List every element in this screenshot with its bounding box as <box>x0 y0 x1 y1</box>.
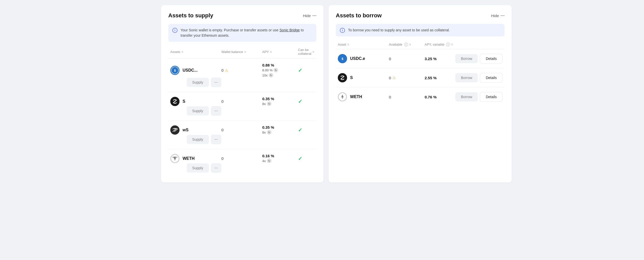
borrow-banner-text: To borrow you need to supply any asset t… <box>348 28 450 33</box>
borrow-table-header: Asset ⇅ Available i ⇅ APY, variable i ⇅ <box>336 43 505 49</box>
svg-text:$: $ <box>342 57 343 61</box>
usdc-collateral: ✓ <box>298 67 314 73</box>
borrow-s-apy: 2.55 % <box>425 76 455 80</box>
info-icon: i <box>172 28 177 33</box>
sonic-bridge-link[interactable]: Sonic Bridge <box>280 28 300 32</box>
borrow-s-actions: Borrow Details <box>455 73 503 83</box>
borrow-row-s: S 0 ⚠ 2.55 % Borrow Details <box>336 68 505 87</box>
usdc-apy: 0.88 % 8.00 % ↻ 10x ↻ <box>262 63 298 77</box>
borrow-weth-logo <box>338 92 347 101</box>
borrow-asset-usdce: $ USDC.e <box>338 54 389 63</box>
asset-cell-ws: wS <box>170 125 221 135</box>
weth-apy: 0.16 % 4x ↻ <box>262 154 298 163</box>
details-s-button[interactable]: Details <box>480 73 503 83</box>
sort-icon-collateral: ⇅ <box>312 50 314 53</box>
borrow-sort-asset: ⇅ <box>347 43 349 46</box>
apy-info-icon[interactable]: i <box>446 43 450 46</box>
borrow-usdce-available: 0 <box>389 57 425 61</box>
supply-card-title: Assets to supply <box>168 12 213 19</box>
borrow-card: Assets to borrow Hide i To borrow you ne… <box>329 5 512 183</box>
borrow-usdce-button[interactable]: Borrow <box>455 54 478 63</box>
s-balance: 0 <box>221 99 262 103</box>
asset-cell-usdc: $ USDC... <box>170 66 221 75</box>
borrow-usdce-actions: Borrow Details <box>455 54 503 63</box>
weth-logo: WETH <box>170 154 180 163</box>
borrow-col-asset: Asset ⇅ <box>338 43 389 46</box>
supply-card: Assets to supply Hide i Your Sonic walle… <box>161 5 324 183</box>
s-leverage-icon: ↻ <box>267 101 271 106</box>
ws-leverage-icon: ↻ <box>267 130 271 135</box>
col-wallet-balance: Wallet balance ⇅ <box>221 48 262 56</box>
col-assets: Assets ⇅ <box>170 48 221 56</box>
supply-info-banner: i Your Sonic wallet is empty. Purchase o… <box>168 24 316 42</box>
sort-icon: ⇅ <box>181 50 183 53</box>
asset-cell-s: S <box>170 97 221 106</box>
weth-leverage-icon: ↻ <box>267 159 271 163</box>
borrow-hide-button[interactable]: Hide <box>491 13 505 18</box>
borrow-s-available: 0 ⚠ <box>389 76 425 80</box>
borrow-col-apy: APY, variable i ⇅ <box>425 43 503 46</box>
sort-icon-apy: ⇅ <box>270 50 272 53</box>
borrow-card-header: Assets to borrow Hide <box>336 12 505 19</box>
borrow-s-logo <box>338 73 347 82</box>
usdc-balance: 0 ⚠ <box>221 68 262 72</box>
borrow-weth-available: 0 <box>389 95 425 99</box>
borrow-asset-s: S <box>338 73 389 82</box>
supply-row-ws: wS 0 0.35 % 8x ↻ ✓ Supply ··· <box>168 121 316 149</box>
details-usdce-button[interactable]: Details <box>480 54 503 63</box>
supply-row-weth: WETH WETH 0 0.16 % 4x ↻ ✓ <box>168 149 316 177</box>
ws-apy: 0.35 % 8x ↻ <box>262 125 298 135</box>
borrow-sort-apy: ⇅ <box>451 43 453 46</box>
borrow-info-icon: i <box>340 28 345 33</box>
s-check-icon: ✓ <box>298 98 302 105</box>
more-ws-button[interactable]: ··· <box>211 135 221 144</box>
supply-s-button[interactable]: Supply <box>187 106 209 115</box>
available-info-icon[interactable]: i <box>404 43 408 46</box>
svg-text:$: $ <box>174 69 176 72</box>
borrow-row-weth: WETH 0 0.76 % Borrow Details <box>336 87 505 106</box>
ws-balance: 0 <box>221 128 262 132</box>
asset-cell-weth: WETH WETH <box>170 154 221 163</box>
borrow-s-button[interactable]: Borrow <box>455 73 478 82</box>
borrow-weth-name: WETH <box>350 95 362 99</box>
weth-check-icon: ✓ <box>298 155 302 162</box>
weth-collateral: ✓ <box>298 155 314 162</box>
check-icon: ✓ <box>298 67 302 73</box>
s-name: S <box>183 99 185 104</box>
more-s-button[interactable]: ··· <box>211 106 221 116</box>
col-apy: APY ⇅ <box>262 48 298 56</box>
weth-name: WETH <box>183 156 195 161</box>
ws-name: wS <box>183 128 188 132</box>
supply-table-header: Assets ⇅ Wallet balance ⇅ APY ⇅ Can be c… <box>168 48 316 58</box>
supply-row-usdc: $ USDC... 0 ⚠ 0.88 % 8.00 % ↻ 10x ↻ <box>168 58 316 92</box>
supply-weth-button[interactable]: Supply <box>187 163 209 173</box>
leverage-icon: ↻ <box>273 68 278 72</box>
usdc-actions: Supply ··· <box>170 77 221 87</box>
sort-icon-balance: ⇅ <box>244 50 246 53</box>
supply-usdc-button[interactable]: Supply <box>187 78 209 87</box>
borrow-asset-weth: WETH <box>338 92 389 101</box>
details-weth-button[interactable]: Details <box>480 92 503 102</box>
more-weth-button[interactable]: ··· <box>211 163 221 173</box>
warning-icon: ⚠ <box>225 68 228 72</box>
more-usdc-button[interactable]: ··· <box>211 77 221 87</box>
borrow-sort-available: ⇅ <box>409 43 411 46</box>
borrow-weth-button[interactable]: Borrow <box>455 92 478 101</box>
borrow-usdce-apy: 3.25 % <box>425 57 455 61</box>
ws-check-icon: ✓ <box>298 127 302 133</box>
leverage-badge-icon: ↻ <box>269 73 273 77</box>
col-collateral: Can be collateral ⇅ <box>298 48 314 56</box>
supply-card-header: Assets to supply Hide <box>168 12 316 19</box>
s-actions: Supply ··· <box>170 106 221 116</box>
s-logo <box>170 97 180 106</box>
supply-row-s: S 0 0.35 % 8x ↻ ✓ Supply ··· <box>168 92 316 121</box>
weth-balance: 0 <box>221 156 262 161</box>
borrow-usdce-name: USDC.e <box>350 56 365 61</box>
supply-ws-button[interactable]: Supply <box>187 135 209 144</box>
ws-collateral: ✓ <box>298 127 314 133</box>
borrow-weth-apy: 0.76 % <box>425 95 455 99</box>
borrow-col-available: Available i ⇅ <box>389 43 425 46</box>
usdc-name: USDC... <box>183 68 198 73</box>
usdc-logo: $ <box>170 66 180 75</box>
supply-hide-button[interactable]: Hide <box>303 13 316 18</box>
